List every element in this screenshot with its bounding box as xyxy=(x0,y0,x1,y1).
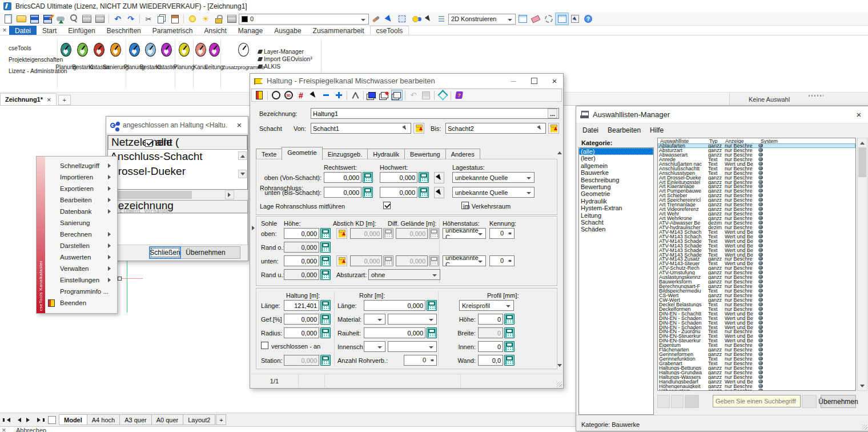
auswahlliste-row[interactable]: ATV-M143 Schade Text Wert und Be xyxy=(658,253,855,257)
select-similar-icon[interactable] xyxy=(396,13,408,25)
ribbon-button-planung[interactable]: Planung xyxy=(175,38,192,81)
ribbon-button-kanal-planung[interactable]: Planung xyxy=(58,38,74,81)
paste-icon[interactable] xyxy=(168,13,181,25)
resize-grip[interactable] xyxy=(862,425,867,430)
oben-rechtswert-input[interactable] xyxy=(324,172,361,183)
close-icon[interactable] xyxy=(546,74,563,88)
list-item[interactable]: Anschluss-Schacht xyxy=(108,150,236,165)
zoom-out-icon[interactable] xyxy=(320,90,332,101)
auswahlliste-row[interactable]: Deckel Belastungs Text nur Beschre xyxy=(658,302,855,307)
menu-item[interactable]: Einstellungen xyxy=(45,274,116,286)
form-expand-icon[interactable] xyxy=(252,226,257,230)
calculator-button[interactable] xyxy=(363,172,373,183)
profil-dropdown[interactable]: Kreisprofil xyxy=(459,300,514,311)
dialog-tab[interactable]: Bewertung xyxy=(404,149,446,160)
ribbon-tab[interactable]: Ansicht xyxy=(198,26,232,35)
table-scrollbar[interactable] xyxy=(857,138,867,391)
auswahlliste-row[interactable]: Art Klaeranlage ganzz nur Beschre xyxy=(658,184,855,189)
auswahlliste-row[interactable]: Absturzart ganzz nur Beschre xyxy=(658,148,855,153)
auswahlliste-row[interactable]: Höhengenauigkeit ganzz nur Beschre xyxy=(658,384,855,389)
add-layout-button[interactable]: + xyxy=(216,414,226,425)
auswahlliste-row[interactable]: Eigentum Text nur Beschre xyxy=(658,343,855,347)
ribbon-button-kanal[interactable]: Kanal xyxy=(194,38,207,81)
ribbon-tab[interactable]: Zusammenarbeit xyxy=(307,26,370,35)
auswahlliste-row[interactable]: Grabenart Text nur Beschre xyxy=(658,361,855,366)
menu-item[interactable]: Sanierung xyxy=(45,217,116,229)
ribbon-button-kanal-sanierung[interactable]: Sanierung xyxy=(107,38,124,81)
circle-3d-icon[interactable] xyxy=(283,90,294,101)
kategorie-item[interactable]: (alle) xyxy=(579,148,653,155)
auswahlliste-row[interactable]: Anrede Text nur Beschre xyxy=(658,157,855,162)
auswahlliste-row[interactable]: Deckelformen Text nur Beschre xyxy=(658,307,855,311)
manager-tool-button-1[interactable] xyxy=(657,395,670,408)
unten-hochwert-input[interactable] xyxy=(380,187,417,198)
absturzart-dropdown[interactable]: ohne xyxy=(368,269,440,280)
kategorie-item[interactable]: Beschreibung xyxy=(579,177,653,183)
last-layout-button[interactable] xyxy=(35,415,45,425)
calculator-button[interactable] xyxy=(504,355,515,366)
menu-item[interactable]: Beenden xyxy=(45,297,116,309)
lock-icon[interactable] xyxy=(212,13,225,25)
menu-item[interactable]: Programminfo ... xyxy=(45,286,116,297)
command-panel-icon[interactable] xyxy=(556,13,568,25)
ribbon-tab[interactable]: Beschriften xyxy=(101,26,147,35)
ribbon-link-import-geovision[interactable]: Import GEOvision³ xyxy=(258,55,312,62)
calculator-button[interactable] xyxy=(320,255,331,266)
scroll-up-button[interactable] xyxy=(238,151,247,160)
auswahlliste-row[interactable]: Auslastungskennz ganzz nur Beschre xyxy=(658,275,855,279)
layers-icon[interactable] xyxy=(366,90,377,101)
prev-layout-button[interactable] xyxy=(13,415,23,425)
bezeichnung-listbox[interactable]: in Element vorhanden xyxy=(107,213,248,245)
plot-icon[interactable] xyxy=(94,13,106,25)
scroll-down-button[interactable] xyxy=(238,170,247,178)
calculator-button[interactable] xyxy=(320,300,331,311)
auswahlliste-row[interactable]: ATV-M143 Schach Text Wert und Be xyxy=(658,230,855,234)
toolbar-icon[interactable] xyxy=(451,91,451,100)
ribbon-link-layer-manager[interactable]: Layer-Manager xyxy=(258,48,312,55)
kategorie-item[interactable]: Schäden xyxy=(579,226,653,233)
von-schacht-input[interactable] xyxy=(311,123,411,134)
resize-grip[interactable] xyxy=(557,382,562,387)
zoom-in-icon[interactable] xyxy=(333,90,344,101)
unten-rechtswert-input[interactable] xyxy=(324,187,361,198)
auswahlliste-row[interactable]: DIN-EN - Zuordnu Text nur Beschre xyxy=(658,329,855,334)
manager-menu-datei[interactable]: Datei xyxy=(578,125,602,136)
auswahlliste-row[interactable]: Art Speichereinricl ganzz nur Beschre xyxy=(658,198,855,202)
close-icon[interactable] xyxy=(231,117,248,134)
layer-bulb-icon[interactable] xyxy=(186,13,199,25)
shortcut-key-icon[interactable] xyxy=(569,13,581,25)
unten-lagestatus-dropdown[interactable]: unbekannte Quelle xyxy=(452,187,535,198)
calculator-button[interactable] xyxy=(320,327,331,338)
calculator-button[interactable] xyxy=(363,187,373,198)
redo-icon[interactable] xyxy=(124,13,137,25)
select-cursor-icon[interactable] xyxy=(422,13,435,25)
calculator-button[interactable] xyxy=(320,269,331,280)
kategorie-item[interactable]: Hystem-Extran xyxy=(579,205,653,211)
color-picker-icon[interactable] xyxy=(383,13,395,25)
innenschutz-code-dropdown[interactable] xyxy=(364,341,385,352)
save-icon[interactable] xyxy=(420,90,432,101)
auswahlliste-row[interactable]: Haltungs-Wassers ganzz nur Beschre xyxy=(658,375,855,379)
auswahlliste-row[interactable]: ATV-hydraulischer dezim nur Beschre xyxy=(658,225,855,230)
document-tab[interactable]: Zeichnung1* xyxy=(0,93,57,105)
circle-icon[interactable] xyxy=(270,90,282,101)
ribbon-button-kanal-kataster[interactable]: Kataster xyxy=(91,38,107,81)
first-layout-button[interactable] xyxy=(2,415,12,425)
menu-item[interactable]: Bearbeiten xyxy=(45,194,116,206)
kategorie-item[interactable]: Bewertung xyxy=(579,183,653,190)
sun-icon[interactable] xyxy=(199,13,212,25)
panels-icon[interactable] xyxy=(516,13,529,25)
hoehenstatus-unten-dropdown[interactable]: unbekannte C xyxy=(443,255,486,266)
menu-item[interactable]: Exportieren xyxy=(45,183,116,194)
auswahlliste-row[interactable]: ATV-M143 Schade Text Wert und Be xyxy=(658,248,855,253)
layout-tab[interactable]: A3 quer xyxy=(119,414,152,425)
calculator-button[interactable] xyxy=(419,187,429,198)
auswahlliste-row[interactable]: ATV-M143 Schach Text Wert und Be xyxy=(658,234,855,239)
auswahlliste-row[interactable]: CS-Wert ganzz nur Beschre xyxy=(658,293,855,298)
layers-copy-icon[interactable] xyxy=(391,90,403,101)
export-icon[interactable] xyxy=(437,90,448,101)
manager-menu-hilfe[interactable]: Hilfe xyxy=(646,125,668,136)
menu-item[interactable]: Datenbank xyxy=(45,206,116,217)
search-input[interactable] xyxy=(713,395,801,407)
bis-schacht-button[interactable] xyxy=(548,123,559,134)
